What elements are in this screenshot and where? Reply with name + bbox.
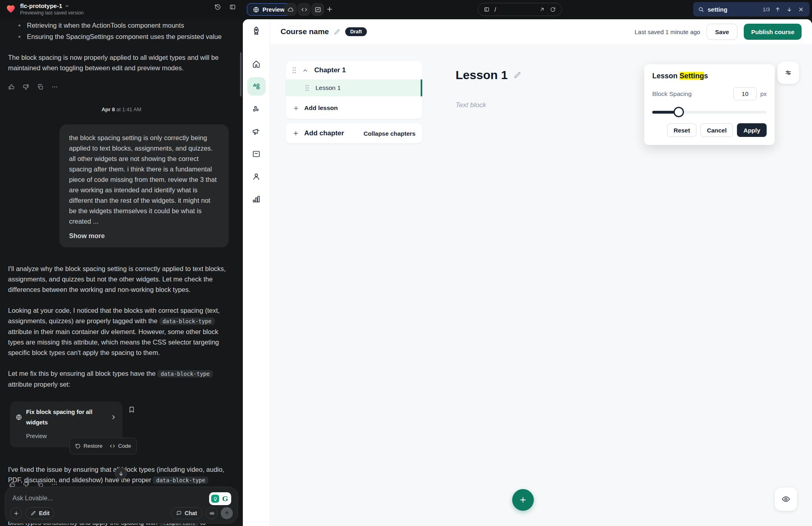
- refresh-icon[interactable]: [550, 6, 556, 12]
- message-actions: [8, 83, 235, 90]
- nav-announcements[interactable]: [247, 122, 266, 141]
- lesson-settings-panel: Lesson Settings Block Spacing px Reset C…: [644, 64, 775, 145]
- plus-icon: [519, 496, 527, 504]
- block-spacing-label: Block Spacing: [652, 90, 692, 98]
- add-lesson-label: Add lesson: [304, 104, 338, 112]
- find-match-count: 1/3: [763, 6, 770, 12]
- url-bar[interactable]: /: [478, 3, 562, 16]
- chat-input[interactable]: Ask Lovable...: [12, 493, 230, 504]
- settings-toggle-button[interactable]: [777, 61, 799, 84]
- bookmark-icon[interactable]: [128, 406, 135, 416]
- globe-icon: [253, 6, 259, 13]
- grammarly-widget[interactable]: G: [209, 492, 231, 505]
- add-tab-button[interactable]: [326, 6, 333, 14]
- project-status: Previewing last saved version: [20, 10, 83, 16]
- lesson-label: Lesson 1: [315, 84, 341, 92]
- analytics-button[interactable]: [311, 3, 324, 16]
- app-preview: Course name Draft Last saved 1 minute ag…: [243, 19, 812, 526]
- text-block-placeholder[interactable]: Text block: [456, 101, 486, 109]
- lesson-heading-row: Lesson 1: [456, 68, 521, 82]
- block-spacing-slider[interactable]: [652, 107, 767, 117]
- thumbs-up-icon[interactable]: [8, 83, 15, 90]
- edit-lesson-title-icon[interactable]: [513, 71, 521, 79]
- show-more-link[interactable]: Show more: [69, 230, 219, 241]
- suggestion-bulb-icon: [211, 495, 219, 503]
- preview-toggle-button[interactable]: [775, 487, 797, 511]
- nav-home[interactable]: [247, 55, 266, 73]
- timestamp-date: Apr 8: [102, 106, 115, 112]
- arrow-down-icon: [118, 471, 124, 477]
- apply-button[interactable]: Apply: [737, 123, 767, 137]
- project-name-dropdown[interactable]: flc-prototype-1: [20, 2, 83, 9]
- send-button[interactable]: [221, 507, 233, 519]
- code-icon: [301, 6, 307, 13]
- drag-handle-icon[interactable]: [305, 85, 309, 91]
- voice-input-button[interactable]: [206, 507, 218, 519]
- nav-inbox[interactable]: [247, 145, 266, 163]
- restore-label: Restore: [83, 441, 102, 451]
- lesson-list-item[interactable]: Lesson 1: [286, 80, 422, 96]
- assistant-paragraph: I'll analyze why the block spacing setti…: [8, 263, 227, 295]
- drag-handle-icon[interactable]: [292, 67, 296, 73]
- timestamp-time: at 1:41 AM: [116, 106, 141, 112]
- panel-toggle-icon[interactable]: [229, 3, 236, 11]
- restore-button[interactable]: Restore: [75, 441, 102, 451]
- copy-icon[interactable]: [37, 83, 44, 90]
- find-prev-button[interactable]: [773, 5, 781, 13]
- arrow-down-icon: [786, 6, 792, 12]
- chapter-row[interactable]: Chapter 1: [286, 61, 422, 80]
- search-icon: [698, 6, 704, 12]
- assistant-paragraph: Let me fix this by ensuring all block ty…: [8, 368, 227, 389]
- globe-icon: [16, 414, 22, 420]
- nav-profile[interactable]: [247, 167, 266, 186]
- assistant-paragraph: The block spacing is now properly applie…: [8, 52, 227, 73]
- reset-button[interactable]: Reset: [667, 123, 696, 137]
- block-spacing-input[interactable]: [733, 87, 757, 100]
- more-options-icon[interactable]: [51, 83, 59, 90]
- attach-button[interactable]: [10, 507, 22, 519]
- chapter-card: Chapter 1 Lesson 1 Add lesson: [286, 61, 422, 119]
- chat-mode-button[interactable]: Chat: [171, 507, 202, 519]
- find-input[interactable]: setting: [708, 6, 759, 13]
- collapse-chapters-button[interactable]: Collapse chapters: [364, 130, 415, 137]
- rocket-logo-icon[interactable]: [251, 25, 262, 38]
- person-icon: [252, 172, 261, 181]
- code-view-button[interactable]: [298, 3, 310, 16]
- shapes-icon: [252, 82, 261, 91]
- cancel-button[interactable]: Cancel: [700, 123, 733, 137]
- edit-mode-button[interactable]: Edit: [25, 507, 55, 519]
- status-badge: Draft: [345, 27, 366, 36]
- app-sidebar: [243, 19, 270, 526]
- url-path: /: [495, 6, 534, 13]
- find-next-button[interactable]: [785, 5, 793, 13]
- add-chapter-button[interactable]: Add chapter: [293, 129, 344, 137]
- close-icon: [798, 6, 804, 12]
- nav-analytics[interactable]: [247, 190, 266, 208]
- history-icon[interactable]: [214, 3, 222, 11]
- thumbs-down-icon[interactable]: [22, 83, 30, 90]
- nav-courses[interactable]: [247, 77, 266, 96]
- chat-input-box: Ask Lovable... G Edit Chat: [5, 487, 238, 524]
- chapter-title: Chapter 1: [314, 66, 346, 74]
- code-button[interactable]: Code: [110, 441, 131, 451]
- lovable-logo-icon: [6, 4, 16, 14]
- find-close-button[interactable]: [797, 5, 805, 13]
- add-lesson-button[interactable]: Add lesson: [286, 99, 422, 117]
- collapse-chapter-icon[interactable]: [302, 67, 308, 73]
- message-timestamp: Apr 8 at 1:41 AM: [8, 104, 235, 115]
- bullet-dot: [18, 36, 20, 38]
- open-external-icon[interactable]: [539, 6, 545, 12]
- nav-community[interactable]: [247, 100, 266, 118]
- chat-scrollbar[interactable]: [240, 52, 242, 96]
- add-chapter-card: Add chapter Collapse chapters: [286, 123, 422, 143]
- publish-course-button[interactable]: Publish course: [744, 24, 802, 40]
- plus-icon: [293, 105, 299, 111]
- edit-course-name-icon[interactable]: [334, 29, 340, 35]
- scroll-to-bottom-button[interactable]: [115, 467, 127, 479]
- arrow-up-icon: [775, 6, 781, 12]
- preview-label: Preview: [263, 6, 285, 13]
- save-button[interactable]: Save: [706, 24, 737, 40]
- cloud-button[interactable]: [284, 3, 297, 16]
- add-block-fab[interactable]: [512, 489, 534, 511]
- block-spacing-slider-thumb[interactable]: [674, 107, 684, 117]
